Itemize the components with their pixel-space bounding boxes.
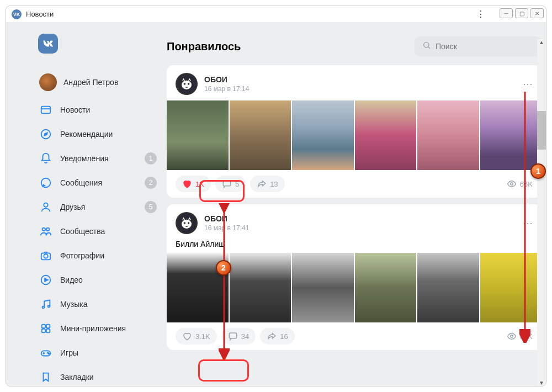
post-image[interactable] xyxy=(230,100,291,170)
svg-rect-0 xyxy=(41,107,51,114)
close-button[interactable]: ✕ xyxy=(530,8,544,18)
music-icon xyxy=(39,298,52,311)
sidebar-item-3[interactable]: Сообщения 2 xyxy=(34,172,162,194)
search-icon xyxy=(422,41,431,52)
sidebar-item-label: Мини-приложения xyxy=(60,324,157,333)
svg-point-27 xyxy=(184,83,186,85)
post-image[interactable] xyxy=(167,100,229,170)
svg-point-12 xyxy=(43,306,45,309)
post-image[interactable] xyxy=(355,253,417,322)
apps-icon xyxy=(39,322,52,335)
like-count: 3.1K xyxy=(195,332,210,341)
post-image[interactable] xyxy=(480,100,542,170)
post-author[interactable]: ОБОИ xyxy=(204,75,249,84)
share-button[interactable]: 13 xyxy=(250,176,284,192)
svg-point-7 xyxy=(46,228,50,231)
bookmark-icon xyxy=(39,370,52,384)
post-author[interactable]: ОБОИ xyxy=(204,214,249,223)
svg-rect-16 xyxy=(42,329,45,332)
svg-marker-11 xyxy=(45,278,48,282)
svg-point-5 xyxy=(44,203,47,207)
post-date: 16 мар в 17:14 xyxy=(204,85,249,93)
post-text: Билли Айлиш xyxy=(167,240,542,253)
sidebar-badge: 5 xyxy=(145,201,157,213)
sidebar-item-label: Друзья xyxy=(60,203,145,211)
scroll-down-arrow[interactable]: ▼ xyxy=(537,380,546,386)
svg-point-30 xyxy=(511,183,513,186)
post-image[interactable] xyxy=(292,100,354,170)
minimize-button[interactable]: ─ xyxy=(500,8,513,18)
sidebar-item-label: Сообщения xyxy=(60,178,145,187)
svg-point-26 xyxy=(182,81,192,89)
comment-button[interactable]: 34 xyxy=(221,328,256,345)
search-box[interactable] xyxy=(415,36,542,56)
comment-count: 34 xyxy=(241,332,249,341)
sidebar-item-6[interactable]: Фотографии xyxy=(34,245,162,267)
profile-link[interactable]: Андрей Петров xyxy=(34,69,162,96)
post-image[interactable] xyxy=(417,253,479,322)
sidebar-item-label: Фотографии xyxy=(60,251,157,260)
video-icon xyxy=(39,273,52,287)
scroll-up-arrow[interactable]: ▲ xyxy=(537,39,546,45)
post-image[interactable] xyxy=(355,100,417,170)
sidebar-item-5[interactable]: Сообщества xyxy=(34,220,162,242)
post-more-icon[interactable]: ⋯ xyxy=(523,78,533,90)
post-images xyxy=(167,100,542,170)
post-image[interactable] xyxy=(480,253,542,322)
post-image[interactable] xyxy=(417,100,479,170)
share-count: 16 xyxy=(280,332,288,341)
svg-point-33 xyxy=(184,222,186,224)
titlebar-more-icon[interactable]: ⋮ xyxy=(476,9,485,19)
sidebar-item-1[interactable]: Рекомендации xyxy=(34,123,162,145)
sidebar-item-label: Сообщества xyxy=(60,227,157,236)
svg-marker-3 xyxy=(44,133,47,136)
comment-button[interactable]: 5 xyxy=(215,176,246,192)
svg-point-23 xyxy=(424,43,429,47)
sidebar-item-4[interactable]: Друзья 5 xyxy=(34,196,162,218)
post: ОБОИ 16 мар в 17:41 ⋯ Билли Айлиш 3.1K 3… xyxy=(167,204,542,350)
scrollbar-thumb[interactable] xyxy=(537,111,546,150)
svg-rect-17 xyxy=(46,329,50,332)
sidebar-item-label: Закладки xyxy=(60,373,157,382)
svg-point-28 xyxy=(188,83,190,85)
camera-icon xyxy=(39,249,52,262)
sidebar-item-label: Новости xyxy=(60,105,157,114)
main-content: Понравилось ОБОИ 16 мар в 17:14 ⋯ xyxy=(162,23,546,386)
post-image[interactable] xyxy=(292,253,354,322)
like-button[interactable]: 3.1K xyxy=(176,328,217,345)
post-date: 16 мар в 17:41 xyxy=(204,224,249,232)
post: ОБОИ 16 мар в 17:14 ⋯ 1K 5 13 66K xyxy=(167,65,542,198)
sidebar-item-label: Игры xyxy=(60,348,157,357)
post-avatar[interactable] xyxy=(176,212,198,234)
vertical-scrollbar[interactable]: ▲ ▼ xyxy=(537,39,546,386)
share-button[interactable]: 16 xyxy=(260,328,294,345)
sidebar: Андрей Петров Новости Рекомендации Уведо… xyxy=(6,23,162,386)
svg-point-6 xyxy=(43,228,46,231)
eye-icon xyxy=(507,331,517,341)
svg-rect-15 xyxy=(46,325,50,328)
post-avatar[interactable] xyxy=(176,73,198,95)
users-icon xyxy=(39,225,52,238)
avatar xyxy=(39,73,57,91)
sidebar-item-0[interactable]: Новости xyxy=(34,99,162,121)
sidebar-item-8[interactable]: Музыка xyxy=(34,293,162,315)
sidebar-item-2[interactable]: Уведомления 1 xyxy=(34,147,162,169)
vk-logo[interactable] xyxy=(38,34,58,54)
svg-line-24 xyxy=(428,47,430,49)
maximize-button[interactable]: ▢ xyxy=(515,8,528,18)
sidebar-item-10[interactable]: Игры xyxy=(34,342,162,364)
search-input[interactable] xyxy=(436,42,534,51)
post-image[interactable] xyxy=(230,253,291,322)
svg-rect-29 xyxy=(223,181,231,186)
post-more-icon[interactable]: ⋯ xyxy=(523,217,533,229)
view-count: 89K xyxy=(520,332,533,341)
sidebar-item-11[interactable]: Закладки xyxy=(34,366,162,386)
like-count: 1K xyxy=(195,180,204,188)
sidebar-item-9[interactable]: Мини-приложения xyxy=(34,317,162,340)
view-count: 66K xyxy=(520,180,533,188)
svg-point-9 xyxy=(44,254,47,258)
profile-name: Андрей Петров xyxy=(63,78,118,87)
sidebar-item-7[interactable]: Видео xyxy=(34,269,162,291)
like-button[interactable]: 1K xyxy=(176,176,211,192)
sidebar-item-label: Уведомления xyxy=(60,154,145,163)
